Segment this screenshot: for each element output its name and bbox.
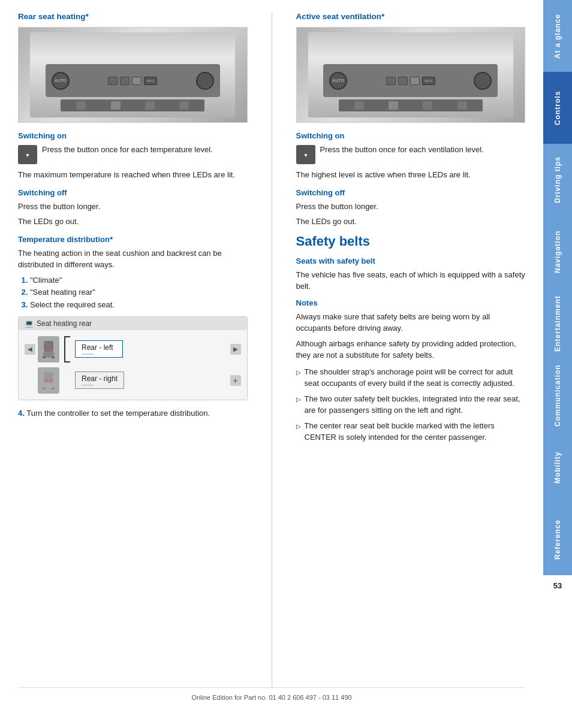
- arrow-left-btn[interactable]: ◀: [25, 344, 35, 355]
- right-switching-on-text: Press the button once for each ventilati…: [320, 144, 484, 156]
- svg-rect-13: [49, 380, 52, 381]
- svg-rect-5: [52, 357, 55, 358]
- sidebar-tab-navigation[interactable]: Navigation: [543, 216, 572, 288]
- svg-rect-8: [44, 372, 53, 383]
- step-3: Select the required seat.: [30, 299, 248, 312]
- right-switching-on-row: ♥ Press the button once for each ventila…: [296, 144, 526, 164]
- bullet-item-3: The center rear seat belt buckle marked …: [296, 420, 526, 443]
- footer-text: Online Edition for Part no. 01 40 2 606 …: [191, 694, 351, 701]
- left-switching-on-heading: Switching on: [18, 131, 248, 140]
- bullet-item-1: The shoulder strap's anchorage point wil…: [296, 366, 526, 389]
- seats-with-belt-heading: Seats with safety belt: [296, 256, 526, 265]
- sidebar-tab-at-glance[interactable]: At a glance: [543, 0, 572, 72]
- left-switching-off-line2: The LEDs go out.: [18, 216, 248, 228]
- left-switching-off-line1: Press the button longer.: [18, 201, 248, 213]
- right-column: Active seat ventilation* AUTO MAX: [296, 12, 526, 687]
- sidebar-tab-controls[interactable]: Controls: [543, 72, 572, 144]
- safety-belts-section: Safety belts Seats with safety belt The …: [296, 234, 526, 443]
- notes-heading: Notes: [296, 298, 526, 307]
- sidebar-tab-mobility[interactable]: Mobility: [543, 431, 572, 503]
- seat-icon-right: [38, 367, 59, 394]
- right-section-title: Active seat ventilation*: [296, 12, 526, 21]
- temp-dist-heading: Temperature distribution*: [18, 235, 248, 244]
- temp-dist-steps: "Climate" "Seat heating rear" Select the…: [18, 274, 248, 312]
- rear-left-row: ◀: [25, 336, 241, 363]
- seat-display-title: Seat heating rear: [37, 319, 92, 328]
- rear-left-label: Rear - left: [75, 340, 123, 358]
- svg-text:♥: ♥: [304, 152, 307, 158]
- seats-with-belt-text: The vehicle has five seats, each of whic…: [296, 269, 526, 292]
- safety-belts-title: Safety belts: [296, 234, 526, 249]
- seat-display-icon: 💻: [25, 319, 34, 328]
- left-max-temp-text: The maximum temperature is reached when …: [18, 169, 248, 181]
- left-switching-on-row: ♥ Press the button once for each tempera…: [18, 144, 248, 164]
- sidebar-tab-communication[interactable]: Communication: [543, 360, 572, 431]
- sidebar-tab-reference[interactable]: Reference: [543, 503, 572, 575]
- seat-icon-left: [38, 336, 59, 363]
- rear-right-label: Rear - right: [75, 371, 124, 389]
- svg-rect-12: [46, 380, 48, 381]
- svg-rect-10: [43, 388, 46, 389]
- column-divider: [272, 12, 272, 687]
- active-ventilation-image: AUTO MAX: [296, 27, 526, 123]
- right-sidebar: At a glance Controls Driving tips Naviga…: [543, 0, 572, 728]
- rear-left-bracket: [64, 336, 70, 363]
- step4-text: 4. Turn the controller to set the temper…: [18, 407, 248, 419]
- page-number: 53: [543, 575, 572, 596]
- step-1: "Climate": [30, 274, 248, 287]
- bullet-item-2: The two outer safety belt buckles, integ…: [296, 393, 526, 416]
- svg-rect-11: [52, 388, 55, 389]
- svg-text:♥: ♥: [26, 152, 29, 158]
- safety-bullet-list: The shoulder strap's anchorage point wil…: [296, 366, 526, 443]
- ventilation-button-icon: ♥: [296, 145, 315, 164]
- left-switching-on-text: Press the button once for each temperatu…: [42, 144, 213, 156]
- sidebar-tab-driving-tips[interactable]: Driving tips: [543, 144, 572, 216]
- notes-para1: Always make sure that safety belts are b…: [296, 311, 526, 334]
- left-switching-off-heading: Switching off: [18, 188, 248, 197]
- svg-rect-4: [43, 357, 46, 358]
- right-switching-off-line2: The LEDs go out.: [296, 216, 526, 228]
- seat-display-body: ◀: [19, 330, 247, 400]
- left-column: Rear seat heating* AUTO MAX: [18, 12, 248, 687]
- right-switching-on-heading: Switching on: [296, 131, 526, 140]
- svg-rect-6: [46, 349, 48, 350]
- sidebar-tab-entertainment[interactable]: Entertainment: [543, 288, 572, 360]
- heat-button-icon: ♥: [18, 145, 37, 164]
- right-switching-off-line1: Press the button longer.: [296, 201, 526, 213]
- footer: Online Edition for Part no. 01 40 2 606 …: [18, 687, 525, 704]
- seat-display-header: 💻 Seat heating rear: [19, 317, 247, 330]
- plus-btn[interactable]: +: [230, 375, 241, 386]
- right-highest-level-text: The highest level is active when three L…: [296, 169, 526, 181]
- svg-rect-7: [49, 349, 52, 350]
- temp-dist-intro: The heating action in the seat cushion a…: [18, 247, 248, 271]
- rear-right-row: Rear - right +: [25, 367, 241, 394]
- notes-para2: Although airbags enhance safety by provi…: [296, 338, 526, 361]
- left-section-title: Rear seat heating*: [18, 12, 248, 21]
- right-switching-off-heading: Switching off: [296, 188, 526, 197]
- rear-seat-heating-image: AUTO MAX: [18, 27, 248, 123]
- svg-rect-2: [44, 341, 53, 352]
- seat-display-panel: 💻 Seat heating rear ◀: [18, 316, 248, 400]
- step-2: "Seat heating rear": [30, 286, 248, 299]
- arrow-right-btn[interactable]: ▶: [230, 344, 241, 355]
